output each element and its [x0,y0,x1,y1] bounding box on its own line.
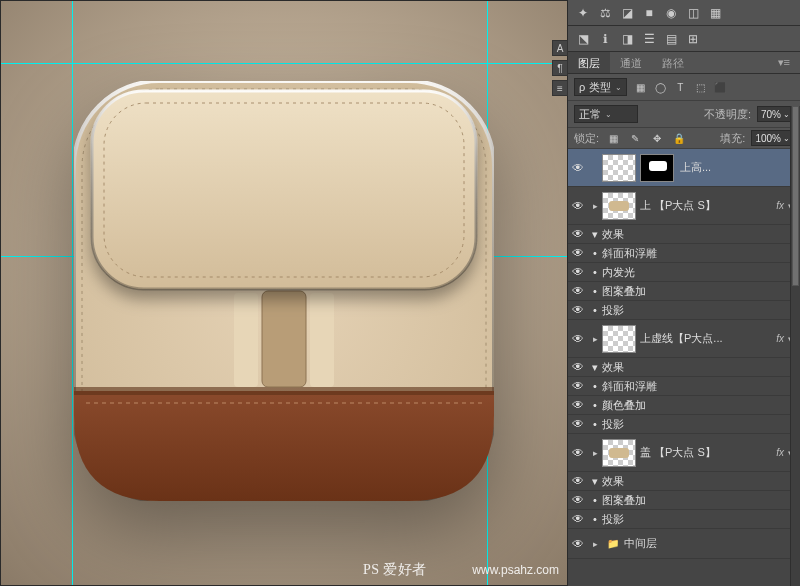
panel-menu-button[interactable]: ▾≡ [768,52,800,73]
essentials-icon[interactable]: ✦ [576,6,590,20]
effect-row[interactable]: 👁•投影 [568,510,800,529]
effect-row[interactable]: 👁•颜色叠加 [568,396,800,415]
scrollbar-thumb[interactable] [792,106,799,286]
histogram-icon[interactable]: ⬔ [576,32,590,46]
panel-options-row-1: ✦ ⚖ ◪ ■ ◉ ◫ ▦ [568,0,800,26]
layer-thumb[interactable] [602,439,636,467]
chevron-down-icon: ⌄ [605,110,612,119]
layer-list-scrollbar[interactable] [790,106,800,586]
fill-field[interactable]: 100%⌄ [751,130,794,146]
watermark-url: www.psahz.com [472,563,559,577]
lock-transparent-icon[interactable]: ▦ [605,131,621,145]
tab-channels[interactable]: 通道 [610,52,652,73]
dock-button-paragraph[interactable]: ¶ [552,60,568,76]
ruler-guide-horizontal[interactable] [1,63,567,64]
visibility-toggle[interactable]: 👁 [568,161,588,175]
panel-tabs: 图层 通道 路径 ▾≡ [568,52,800,74]
chevron-down-icon: ⌄ [615,83,622,92]
layer-name[interactable]: 上高... [680,160,800,175]
color-icon[interactable]: ■ [642,6,656,20]
layer-twisty[interactable]: ▸ [588,539,602,549]
filter-pixel-icon[interactable]: ▦ [633,80,647,94]
layer-name[interactable]: 盖 【P大点 S】 [640,445,776,460]
lock-pixels-icon[interactable]: ✎ [627,131,643,145]
svg-rect-6 [234,293,258,387]
folder-icon: 📁 [602,537,624,551]
effect-row[interactable]: 👁•内发光 [568,263,800,282]
lock-row: 锁定: ▦ ✎ ✥ 🔒 填充: 100%⌄ [568,128,800,149]
effect-row[interactable]: 👁▾效果 [568,225,800,244]
layer-row[interactable]: 👁 ▸ 盖 【P大点 S】 fx ▾ [568,434,800,472]
swatches-icon[interactable]: ◪ [620,6,634,20]
layers-icon-small[interactable]: ⊞ [686,32,700,46]
visibility-toggle[interactable]: 👁 [568,332,588,346]
layer-name[interactable]: 上 【P大点 S】 [640,198,776,213]
opacity-field[interactable]: 70%⌄ [757,106,794,122]
layer-thumb[interactable] [602,192,636,220]
lock-all-icon[interactable]: 🔒 [671,131,687,145]
watermark-logo: PS 爱好者 [363,561,427,579]
layer-thumb[interactable] [602,325,636,353]
filter-shape-icon[interactable]: ⬚ [693,80,707,94]
layer-name[interactable]: 上虚线【P大点... [640,331,776,346]
blend-mode-dropdown[interactable]: 正常 ⌄ [574,105,638,123]
collapsed-panel-dock: A ¶ ≡ [552,40,568,96]
layer-row[interactable]: 👁 上高... [568,149,800,187]
styles-icon[interactable]: ◫ [686,6,700,20]
effect-row[interactable]: 👁▾效果 [568,358,800,377]
lock-label: 锁定: [574,131,599,146]
filter-adjust-icon[interactable]: ◯ [653,80,667,94]
tab-paths[interactable]: 路径 [652,52,694,73]
filter-smart-icon[interactable]: ⬛ [713,80,727,94]
layer-name[interactable]: 中间层 [624,536,800,551]
actions-icon[interactable]: ☰ [642,32,656,46]
libraries-icon[interactable]: ⚖ [598,6,612,20]
tab-layers[interactable]: 图层 [568,52,610,73]
effect-row[interactable]: 👁•斜面和浮雕 [568,377,800,396]
dock-button-more[interactable]: ≡ [552,80,568,96]
effect-row[interactable]: 👁▾效果 [568,472,800,491]
layer-mask-thumb[interactable] [640,154,674,182]
visibility-toggle[interactable]: 👁 [568,199,588,213]
blend-mode-row: 正常 ⌄ 不透明度: 70%⌄ [568,101,800,128]
artwork-icon [74,81,494,505]
lock-position-icon[interactable]: ✥ [649,131,665,145]
filter-type-label: 类型 [589,80,611,95]
filter-text-icon[interactable]: T [673,80,687,94]
layer-row[interactable]: 👁 ▸ 上 【P大点 S】 fx ▾ [568,187,800,225]
filter-type-dropdown[interactable]: ρ 类型 ⌄ [574,78,627,96]
layer-row[interactable]: 👁 ▸ 上虚线【P大点... fx ▾ [568,320,800,358]
effect-row[interactable]: 👁•图案叠加 [568,491,800,510]
layer-filter-row: ρ 类型 ⌄ ▦ ◯ T ⬚ ⬛ [568,74,800,101]
fx-badge[interactable]: fx [776,333,788,344]
visibility-toggle[interactable]: 👁 [568,446,588,460]
panel-column: A ¶ ≡ ✦ ⚖ ◪ ■ ◉ ◫ ▦ ⬔ ℹ ◨ ☰ ▤ ⊞ 图层 通道 路径… [568,0,800,586]
blend-mode-value: 正常 [579,107,601,122]
ruler-guide-vertical[interactable] [72,1,73,585]
layer-list[interactable]: 👁 上高... 👁 ▸ 上 【P大点 S】 fx ▾ 👁▾效果 👁•斜面和浮雕 … [568,149,800,586]
adjustments-icon[interactable]: ◉ [664,6,678,20]
svg-rect-4 [262,291,306,387]
info-icon[interactable]: ℹ [598,32,612,46]
svg-rect-8 [92,91,476,289]
panel-options-row-2: ⬔ ℹ ◨ ☰ ▤ ⊞ [568,26,800,52]
layer-twisty[interactable]: ▸ [588,201,602,211]
effect-row[interactable]: 👁•斜面和浮雕 [568,244,800,263]
dock-button-character[interactable]: A [552,40,568,56]
svg-rect-7 [310,293,334,387]
navigator-icon[interactable]: ◨ [620,32,634,46]
layer-group-row[interactable]: 👁 ▸ 📁 中间层 [568,529,800,559]
visibility-toggle[interactable]: 👁 [568,537,588,551]
layer-thumb[interactable] [602,154,636,182]
fx-badge[interactable]: fx [776,447,788,458]
properties-icon[interactable]: ▦ [708,6,722,20]
fill-label: 填充: [720,131,745,146]
effect-row[interactable]: 👁•投影 [568,301,800,320]
layer-twisty[interactable]: ▸ [588,448,602,458]
effect-row[interactable]: 👁•图案叠加 [568,282,800,301]
effect-row[interactable]: 👁•投影 [568,415,800,434]
fx-badge[interactable]: fx [776,200,788,211]
canvas-area[interactable]: PS 爱好者 www.psahz.com [0,0,568,586]
layer-twisty[interactable]: ▸ [588,334,602,344]
history-icon[interactable]: ▤ [664,32,678,46]
